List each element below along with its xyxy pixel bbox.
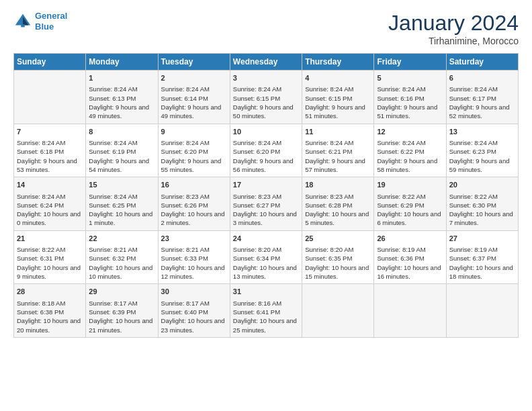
day-number: 1 bbox=[89, 73, 154, 83]
calendar-cell: 22Sunrise: 8:21 AMSunset: 6:32 PMDayligh… bbox=[86, 230, 158, 284]
daylight-text: Daylight: 10 hours and 18 minutes. bbox=[449, 263, 515, 281]
sunrise-text: Sunrise: 8:24 AM bbox=[377, 85, 443, 93]
calendar-cell: 24Sunrise: 8:20 AMSunset: 6:34 PMDayligh… bbox=[230, 230, 302, 284]
sunrise-text: Sunrise: 8:24 AM bbox=[233, 138, 299, 147]
sunset-text: Sunset: 6:32 PM bbox=[89, 254, 154, 263]
header-day: Sunday bbox=[14, 54, 86, 71]
sunrise-text: Sunrise: 8:21 AM bbox=[161, 245, 227, 254]
daylight-text: Daylight: 9 hours and 59 minutes. bbox=[449, 156, 515, 175]
day-number: 21 bbox=[17, 234, 83, 244]
day-number: 31 bbox=[233, 287, 299, 297]
day-number: 10 bbox=[233, 127, 299, 137]
header-day: Friday bbox=[374, 54, 446, 71]
daylight-text: Daylight: 10 hours and 12 minutes. bbox=[161, 263, 227, 281]
day-number: 12 bbox=[377, 127, 443, 137]
day-number: 28 bbox=[17, 287, 83, 297]
sunrise-text: Sunrise: 8:22 AM bbox=[449, 192, 515, 201]
calendar-week: 21Sunrise: 8:22 AMSunset: 6:31 PMDayligh… bbox=[14, 230, 519, 284]
daylight-text: Daylight: 9 hours and 52 minutes. bbox=[449, 103, 515, 121]
calendar-cell: 11Sunrise: 8:24 AMSunset: 6:21 PMDayligh… bbox=[302, 124, 374, 177]
calendar-week: 7Sunrise: 8:24 AMSunset: 6:18 PMDaylight… bbox=[14, 124, 519, 177]
daylight-text: Daylight: 10 hours and 7 minutes. bbox=[449, 210, 515, 228]
sunrise-text: Sunrise: 8:22 AM bbox=[377, 192, 443, 201]
day-number: 5 bbox=[377, 73, 443, 83]
sunrise-text: Sunrise: 8:23 AM bbox=[161, 192, 227, 201]
sunset-text: Sunset: 6:28 PM bbox=[305, 201, 371, 210]
sunset-text: Sunset: 6:40 PM bbox=[161, 308, 227, 316]
sunrise-text: Sunrise: 8:24 AM bbox=[305, 85, 371, 93]
sunrise-text: Sunrise: 8:24 AM bbox=[17, 192, 83, 201]
sunrise-text: Sunrise: 8:24 AM bbox=[161, 138, 227, 147]
sunrise-text: Sunrise: 8:23 AM bbox=[305, 192, 371, 201]
calendar-cell: 3Sunrise: 8:24 AMSunset: 6:15 PMDaylight… bbox=[230, 71, 302, 124]
calendar-cell: 9Sunrise: 8:24 AMSunset: 6:20 PMDaylight… bbox=[158, 124, 230, 177]
calendar-cell: 10Sunrise: 8:24 AMSunset: 6:20 PMDayligh… bbox=[230, 124, 302, 177]
sunrise-text: Sunrise: 8:19 AM bbox=[449, 245, 515, 254]
day-number: 23 bbox=[161, 234, 227, 244]
day-number: 29 bbox=[89, 287, 154, 297]
daylight-text: Daylight: 9 hours and 54 minutes. bbox=[89, 156, 154, 175]
calendar-week: 1Sunrise: 8:24 AMSunset: 6:13 PMDaylight… bbox=[14, 71, 519, 124]
daylight-text: Daylight: 9 hours and 53 minutes. bbox=[17, 156, 83, 175]
daylight-text: Daylight: 9 hours and 55 minutes. bbox=[161, 156, 227, 175]
calendar-cell: 28Sunrise: 8:18 AMSunset: 6:38 PMDayligh… bbox=[14, 284, 86, 338]
sunset-text: Sunset: 6:34 PM bbox=[233, 254, 299, 263]
sunset-text: Sunset: 6:16 PM bbox=[377, 94, 443, 103]
day-number: 16 bbox=[161, 180, 227, 190]
daylight-text: Daylight: 10 hours and 16 minutes. bbox=[377, 263, 443, 281]
header-day: Thursday bbox=[302, 54, 374, 71]
sunset-text: Sunset: 6:19 PM bbox=[89, 147, 154, 156]
sunset-text: Sunset: 6:26 PM bbox=[161, 201, 227, 210]
calendar-cell: 2Sunrise: 8:24 AMSunset: 6:14 PMDaylight… bbox=[158, 71, 230, 124]
calendar-cell: 4Sunrise: 8:24 AMSunset: 6:15 PMDaylight… bbox=[302, 71, 374, 124]
calendar-cell: 19Sunrise: 8:22 AMSunset: 6:29 PMDayligh… bbox=[374, 177, 446, 231]
sunset-text: Sunset: 6:15 PM bbox=[305, 94, 371, 103]
daylight-text: Daylight: 9 hours and 51 minutes. bbox=[305, 103, 371, 121]
calendar-cell: 18Sunrise: 8:23 AMSunset: 6:28 PMDayligh… bbox=[302, 177, 374, 231]
main-title: January 2024 bbox=[388, 11, 519, 36]
sunset-text: Sunset: 6:31 PM bbox=[17, 254, 83, 263]
calendar-week: 28Sunrise: 8:18 AMSunset: 6:38 PMDayligh… bbox=[14, 284, 519, 338]
calendar-cell: 27Sunrise: 8:19 AMSunset: 6:37 PMDayligh… bbox=[446, 230, 518, 284]
daylight-text: Daylight: 9 hours and 57 minutes. bbox=[305, 156, 371, 175]
calendar-cell: 20Sunrise: 8:22 AMSunset: 6:30 PMDayligh… bbox=[446, 177, 518, 231]
daylight-text: Daylight: 10 hours and 20 minutes. bbox=[17, 316, 83, 334]
sunrise-text: Sunrise: 8:24 AM bbox=[449, 85, 515, 93]
day-number: 6 bbox=[449, 73, 515, 83]
sunset-text: Sunset: 6:23 PM bbox=[449, 147, 515, 156]
calendar-cell: 30Sunrise: 8:17 AMSunset: 6:40 PMDayligh… bbox=[158, 284, 230, 338]
daylight-text: Daylight: 9 hours and 49 minutes. bbox=[89, 103, 154, 121]
daylight-text: Daylight: 10 hours and 6 minutes. bbox=[377, 210, 443, 228]
daylight-text: Daylight: 10 hours and 15 minutes. bbox=[305, 263, 371, 281]
calendar-cell: 29Sunrise: 8:17 AMSunset: 6:39 PMDayligh… bbox=[86, 284, 158, 338]
calendar-cell: 23Sunrise: 8:21 AMSunset: 6:33 PMDayligh… bbox=[158, 230, 230, 284]
calendar-cell: 13Sunrise: 8:24 AMSunset: 6:23 PMDayligh… bbox=[446, 124, 518, 177]
sunset-text: Sunset: 6:15 PM bbox=[233, 94, 299, 103]
sunrise-text: Sunrise: 8:21 AM bbox=[89, 245, 154, 254]
day-number: 7 bbox=[17, 127, 83, 137]
day-number: 3 bbox=[233, 73, 299, 83]
calendar-cell: 7Sunrise: 8:24 AMSunset: 6:18 PMDaylight… bbox=[14, 124, 86, 177]
daylight-text: Daylight: 9 hours and 58 minutes. bbox=[377, 156, 443, 175]
calendar-cell: 31Sunrise: 8:16 AMSunset: 6:41 PMDayligh… bbox=[230, 284, 302, 338]
sunrise-text: Sunrise: 8:17 AM bbox=[161, 299, 227, 308]
sunrise-text: Sunrise: 8:24 AM bbox=[233, 85, 299, 93]
sunrise-text: Sunrise: 8:16 AM bbox=[233, 299, 299, 308]
daylight-text: Daylight: 10 hours and 3 minutes. bbox=[233, 210, 299, 228]
calendar-cell: 5Sunrise: 8:24 AMSunset: 6:16 PMDaylight… bbox=[374, 71, 446, 124]
calendar-cell: 6Sunrise: 8:24 AMSunset: 6:17 PMDaylight… bbox=[446, 71, 518, 124]
day-number: 11 bbox=[305, 127, 371, 137]
daylight-text: Daylight: 9 hours and 51 minutes. bbox=[377, 103, 443, 121]
header-day: Monday bbox=[86, 54, 158, 71]
calendar-cell: 15Sunrise: 8:24 AMSunset: 6:25 PMDayligh… bbox=[86, 177, 158, 231]
daylight-text: Daylight: 10 hours and 0 minutes. bbox=[17, 210, 83, 228]
daylight-text: Daylight: 9 hours and 56 minutes. bbox=[233, 156, 299, 175]
day-number: 22 bbox=[89, 234, 154, 244]
subtitle: Tirhanimine, Morocco bbox=[388, 36, 519, 46]
logo: General Blue bbox=[13, 11, 67, 32]
sunrise-text: Sunrise: 8:17 AM bbox=[89, 299, 154, 308]
day-number: 19 bbox=[377, 180, 443, 190]
daylight-text: Daylight: 9 hours and 50 minutes. bbox=[233, 103, 299, 121]
sunrise-text: Sunrise: 8:24 AM bbox=[89, 192, 154, 201]
day-number: 18 bbox=[305, 180, 371, 190]
